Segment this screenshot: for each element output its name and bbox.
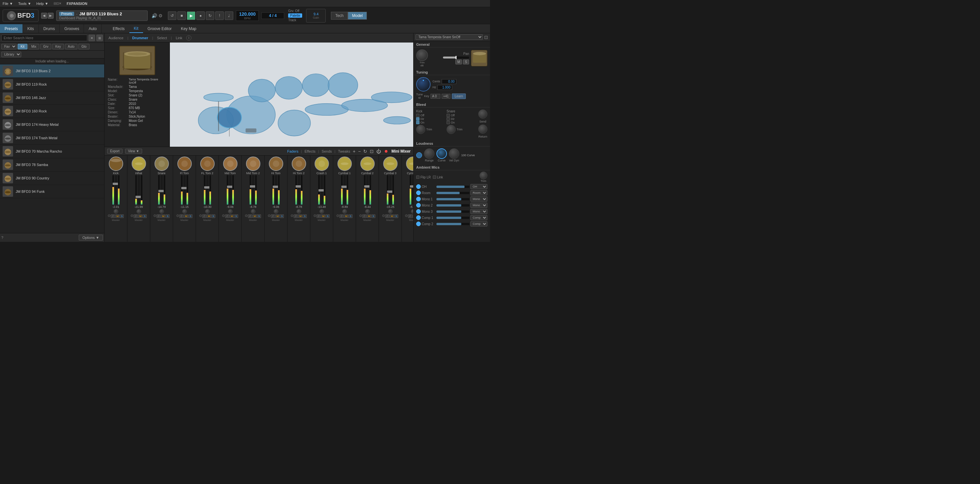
solo-btn[interactable]: S xyxy=(234,214,238,218)
snare-trim-knob[interactable] xyxy=(447,125,456,134)
solo-btn[interactable]: S xyxy=(212,214,215,218)
nav-grooves[interactable]: Grooves xyxy=(60,24,84,33)
tab-drummer[interactable]: Drummer xyxy=(132,36,148,40)
ambient-bar-container[interactable] xyxy=(436,204,469,207)
channel-send-knob[interactable] xyxy=(114,209,118,214)
tab-effects[interactable]: Effects xyxy=(108,24,129,33)
learn-button[interactable]: Learn xyxy=(452,94,466,99)
hz-input[interactable] xyxy=(438,85,452,90)
instrument-selector[interactable]: Tama Tempesta Snare SnOff xyxy=(415,34,483,40)
pan-slider[interactable] xyxy=(443,57,469,59)
mute-btn[interactable]: M xyxy=(455,59,462,64)
info-button[interactable]: i xyxy=(186,35,191,41)
tab-effects[interactable]: Effects xyxy=(304,150,315,153)
solo-btn[interactable]: S xyxy=(303,214,306,218)
solo-btn[interactable]: S xyxy=(257,214,261,218)
transport-loop[interactable]: ↻ xyxy=(206,11,214,20)
mute-btn[interactable]: M xyxy=(138,214,142,218)
tab-faders[interactable]: Faders xyxy=(287,150,298,153)
channel-fader-track[interactable] xyxy=(252,175,255,205)
tech-btn[interactable]: Tech xyxy=(331,12,348,20)
ambient-bar-container[interactable] xyxy=(436,192,469,194)
phase-btn[interactable]: ∅ xyxy=(362,214,366,218)
ambient-ch-select[interactable]: Mono 3 xyxy=(470,209,487,214)
channel-fader-track[interactable] xyxy=(389,175,392,205)
phase-btn[interactable]: ∅ xyxy=(179,214,184,218)
ambient-trim-knob[interactable] xyxy=(480,172,487,180)
channel-fader-track[interactable] xyxy=(412,175,414,205)
refresh-btn[interactable]: ↻ xyxy=(363,149,367,154)
phase-btn[interactable]: ∅ xyxy=(202,214,207,218)
channel-send-knob[interactable] xyxy=(205,209,210,214)
list-item[interactable]: JM BFD3 94 Funk xyxy=(0,185,104,198)
phase-btn[interactable]: ∅ xyxy=(225,214,229,218)
filter-mix[interactable]: Mix xyxy=(29,44,40,49)
search-grid-btn[interactable]: ⊞ xyxy=(96,35,103,41)
range-knob[interactable] xyxy=(424,148,434,159)
solo-btn[interactable]: S xyxy=(188,214,192,218)
channel-send-knob[interactable] xyxy=(159,209,164,214)
menu-tools[interactable]: Tools ▼ xyxy=(18,2,31,6)
channel-fader-track[interactable] xyxy=(137,175,140,205)
ambient-ch-select[interactable]: Comp 1 xyxy=(470,215,487,220)
curve-knob[interactable] xyxy=(436,148,447,159)
mute-btn[interactable]: M xyxy=(184,214,188,218)
ambient-bar-container[interactable] xyxy=(436,223,469,225)
list-item[interactable]: JM BFD3 119 Blues 2 xyxy=(0,64,104,78)
channel-fader-track[interactable] xyxy=(275,175,277,205)
phase-btn[interactable]: ∅ xyxy=(111,214,115,218)
ambient-ch-select[interactable]: OH xyxy=(470,184,487,189)
ambient-on-btn[interactable] xyxy=(416,197,421,201)
snare-off-check[interactable] xyxy=(447,114,450,117)
channel-send-knob[interactable] xyxy=(182,209,187,214)
phase-btn[interactable]: ∅ xyxy=(317,214,321,218)
channel-send-knob[interactable] xyxy=(320,209,324,214)
search-clear-btn[interactable]: ✕ xyxy=(89,35,95,41)
kick-off-check[interactable] xyxy=(416,114,420,117)
ambient-ch-select[interactable]: Mono 1 xyxy=(470,196,487,202)
mute-btn[interactable]: M xyxy=(344,214,348,218)
filter-auto[interactable]: Auto xyxy=(65,44,78,49)
channel-send-knob[interactable] xyxy=(297,209,301,214)
channel-fader-track[interactable] xyxy=(366,175,369,205)
channel-fader-track[interactable] xyxy=(298,175,300,205)
list-item[interactable]: JM BFD3 174 Trash Metal xyxy=(0,131,104,145)
fav-select[interactable]: Fav xyxy=(1,44,17,49)
ambient-ch-select[interactable]: Room xyxy=(470,190,487,196)
view-btn[interactable]: View ▼ xyxy=(125,149,142,154)
solo-btn[interactable]: S xyxy=(165,214,169,218)
nav-presets[interactable]: Presets xyxy=(0,24,23,33)
solo-btn[interactable]: S xyxy=(463,59,469,64)
ambient-on-btn[interactable] xyxy=(416,215,421,220)
filter-glo[interactable]: Glo xyxy=(78,44,89,49)
power-btn[interactable]: ⏻ xyxy=(376,149,381,154)
snare-on-check[interactable] xyxy=(447,121,450,124)
transport-record[interactable]: ● xyxy=(196,11,205,20)
ambient-on-btn[interactable] xyxy=(416,209,421,214)
nav-auto[interactable]: Auto xyxy=(84,24,102,33)
channel-fader-track[interactable] xyxy=(206,175,209,205)
list-item[interactable]: JM BFD3 90 Country xyxy=(0,172,104,185)
list-item[interactable]: JM BFD3 119 Rock xyxy=(0,78,104,91)
mute-btn[interactable]: M xyxy=(275,214,280,218)
channel-send-knob[interactable] xyxy=(228,209,232,214)
transport-rewind[interactable]: ↺ xyxy=(168,11,177,20)
ambient-on-btn[interactable] xyxy=(416,221,421,226)
help-icon[interactable]: ? xyxy=(1,236,3,240)
mute-btn[interactable]: M xyxy=(390,214,394,218)
link-checkbox[interactable] xyxy=(433,175,436,179)
tab-sends[interactable]: Sends xyxy=(322,150,332,153)
channel-fader-track[interactable] xyxy=(229,175,232,205)
channel-fader-track[interactable] xyxy=(320,175,323,205)
export-btn[interactable]: Export xyxy=(107,149,123,154)
ambient-ch-select[interactable]: Comp 2 xyxy=(470,221,487,226)
channel-fader-track[interactable] xyxy=(183,175,186,205)
phase-btn[interactable]: ∅ xyxy=(134,214,138,218)
phase-btn[interactable]: ∅ xyxy=(408,214,412,218)
ambient-bar-container[interactable] xyxy=(436,186,469,188)
channel-send-knob[interactable] xyxy=(365,209,370,214)
mute-btn[interactable]: M xyxy=(230,214,234,218)
list-item[interactable]: JM BFD3 70 Marcha Rancho xyxy=(0,145,104,158)
tab-select[interactable]: Select xyxy=(157,36,167,40)
ambient-on-btn[interactable] xyxy=(416,184,421,189)
